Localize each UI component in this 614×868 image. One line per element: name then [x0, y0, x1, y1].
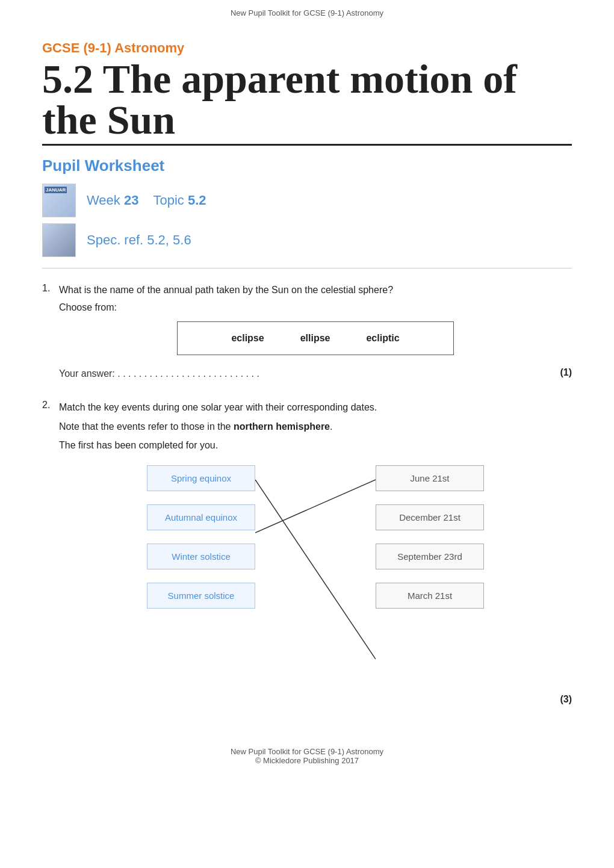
choice-ellipse: ellipse: [300, 333, 330, 344]
question-1: 1. What is the name of the annual path t…: [42, 283, 572, 379]
header-title: New Pupil Toolkit for GCSE (9-1) Astrono…: [231, 8, 383, 17]
thumbnail-spec: [42, 223, 76, 257]
q1-your-answer: Your answer: . . . . . . . . . . . . . .…: [59, 368, 572, 379]
match-container: Spring equinox Autumnal equinox Winter s…: [59, 465, 572, 688]
q1-text: What is the name of the annual path take…: [59, 283, 572, 297]
divider: [42, 268, 572, 268]
left-item-2: Winter solstice: [147, 544, 255, 569]
pupil-label: Pupil: [42, 157, 81, 175]
week-label: Week: [87, 193, 120, 208]
page-header: New Pupil Toolkit for GCSE (9-1) Astrono…: [0, 0, 614, 22]
left-item-1: Autumnal equinox: [147, 504, 255, 530]
question-2: 2. Match the key events during one solar…: [42, 400, 572, 705]
choices-box: eclipse ellipse ecliptic: [177, 321, 454, 355]
right-item-3: March 21st: [376, 583, 484, 609]
q2-note1-start: Note that the events refer to those in t…: [59, 421, 231, 432]
q2-note2: The first has been completed for you.: [59, 438, 572, 453]
right-item-0: June 21st: [376, 465, 484, 491]
q1-row: 1. What is the name of the annual path t…: [42, 283, 572, 379]
q2-number: 2.: [42, 400, 59, 411]
q1-body: What is the name of the annual path take…: [59, 283, 572, 379]
q2-body: Match the key events during one solar ye…: [59, 400, 572, 705]
q2-note1-end: .: [330, 421, 332, 432]
thumbnail-jan: [42, 184, 76, 217]
spec-text: Spec. ref. 5.2, 5.6: [87, 232, 191, 248]
big-title: 5.2 The apparent motion of the Sun: [42, 58, 572, 146]
worksheet-label: Worksheet: [85, 157, 164, 175]
left-item-3: Summer solstice: [147, 583, 255, 609]
left-item-0: Spring equinox: [147, 465, 255, 491]
choice-ecliptic: ecliptic: [366, 333, 399, 344]
page-footer: New Pupil Toolkit for GCSE (9-1) Astrono…: [0, 747, 614, 777]
q2-note1-bold: northern hemisphere: [234, 421, 330, 432]
main-content: GCSE (9-1) Astronomy 5.2 The apparent mo…: [0, 22, 614, 729]
subject-label: GCSE (9-1) Astronomy: [42, 40, 572, 56]
q1-choose-label: Choose from:: [59, 302, 572, 313]
footer-line1: New Pupil Toolkit for GCSE (9-1) Astrono…: [0, 747, 614, 756]
right-item-1: December 21st: [376, 504, 484, 530]
week-topic-row: Week 23 Topic 5.2: [42, 184, 572, 217]
right-column: June 21st December 21st September 23rd M…: [376, 465, 484, 609]
topic-number: 5.2: [188, 193, 206, 208]
spec-row: Spec. ref. 5.2, 5.6: [42, 223, 572, 257]
topic-label: Topic: [154, 193, 184, 208]
footer-line2: © Mickledore Publishing 2017: [0, 756, 614, 765]
choice-eclipse: eclipse: [231, 333, 264, 344]
left-column: Spring equinox Autumnal equinox Winter s…: [147, 465, 255, 609]
spec-label: Spec. ref. 5.2, 5.6: [87, 232, 191, 247]
q2-note1: Note that the events refer to those in t…: [59, 419, 572, 435]
match-lines-area: [255, 465, 376, 688]
week-topic-text: Week 23 Topic 5.2: [87, 193, 206, 208]
week-number: 23: [124, 193, 138, 208]
pupil-worksheet-label: Pupil Worksheet: [42, 157, 572, 175]
mark-q2: (3): [59, 694, 572, 705]
q2-row: 2. Match the key events during one solar…: [42, 400, 572, 705]
right-item-2: September 23rd: [376, 544, 484, 569]
q2-text: Match the key events during one solar ye…: [59, 400, 572, 415]
q1-number: 1.: [42, 283, 59, 294]
